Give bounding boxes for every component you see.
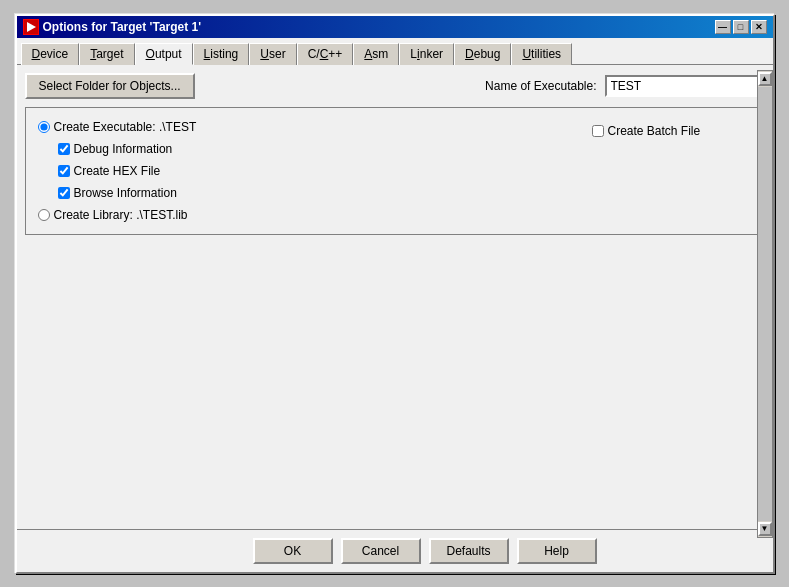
tab-utilities-label: Utilities	[522, 47, 561, 61]
tab-utilities[interactable]: Utilities	[511, 43, 572, 65]
cancel-button[interactable]: Cancel	[341, 538, 421, 564]
main-window: Options for Target 'Target 1' — □ ✕ Devi…	[15, 14, 775, 574]
name-executable-row: Name of Executable:	[485, 75, 764, 97]
create-batch-checkbox[interactable]	[592, 125, 604, 137]
browse-info-checkbox[interactable]	[58, 187, 70, 199]
create-batch-row: Create Batch File	[592, 124, 701, 138]
debug-info-checkbox[interactable]	[58, 143, 70, 155]
tab-output-label: Output	[146, 47, 182, 61]
scroll-down-arrow[interactable]: ▼	[758, 522, 772, 536]
debug-info-label: Debug Information	[74, 142, 173, 156]
app-icon	[23, 19, 39, 35]
name-executable-input[interactable]	[605, 75, 765, 97]
tab-user[interactable]: User	[249, 43, 296, 65]
tab-cpp[interactable]: C/C++	[297, 43, 354, 65]
defaults-button[interactable]: Defaults	[429, 538, 509, 564]
ok-button[interactable]: OK	[253, 538, 333, 564]
bottom-bar: OK Cancel Defaults Help	[17, 529, 773, 572]
group-box-inner: Create Executable: .\TEST Debug Informat…	[38, 120, 752, 222]
browse-info-label: Browse Information	[74, 186, 177, 200]
dialog-window: Options for Target 'Target 1' — □ ✕ Devi…	[15, 14, 775, 574]
tab-bar: Device Target Output Listing User C/C++ …	[17, 38, 773, 64]
right-section: Create Batch File	[592, 120, 752, 222]
tab-listing-label: Listing	[204, 47, 239, 61]
tab-linker-label: Linker	[410, 47, 443, 61]
tab-target-label: Target	[90, 47, 123, 61]
tab-asm[interactable]: Asm	[353, 43, 399, 65]
tab-target[interactable]: Target	[79, 43, 134, 65]
tab-output[interactable]: Output	[135, 43, 193, 65]
create-executable-label: Create Executable: .\TEST	[54, 120, 197, 134]
tab-device-label: Device	[32, 47, 69, 61]
tab-linker[interactable]: Linker	[399, 43, 454, 65]
create-executable-radio[interactable]	[38, 121, 50, 133]
title-bar-left: Options for Target 'Target 1'	[23, 19, 202, 35]
create-hex-label: Create HEX File	[74, 164, 161, 178]
title-controls: — □ ✕	[715, 20, 767, 34]
help-button[interactable]: Help	[517, 538, 597, 564]
tab-listing[interactable]: Listing	[193, 43, 250, 65]
create-library-label: Create Library: .\TEST.lib	[54, 208, 188, 222]
right-scrollbar: ▲ ▼	[757, 70, 773, 538]
create-hex-row: Create HEX File	[38, 164, 584, 178]
select-folder-button[interactable]: Select Folder for Objects...	[25, 73, 195, 99]
tab-cpp-label: C/C++	[308, 47, 343, 61]
top-row: Select Folder for Objects... Name of Exe…	[25, 73, 765, 99]
window-title: Options for Target 'Target 1'	[43, 20, 202, 34]
scroll-up-arrow[interactable]: ▲	[758, 72, 772, 86]
tab-debug-label: Debug	[465, 47, 500, 61]
create-executable-row: Create Executable: .\TEST	[38, 120, 584, 134]
tab-debug[interactable]: Debug	[454, 43, 511, 65]
create-batch-label: Create Batch File	[608, 124, 701, 138]
content-spacer	[25, 243, 765, 521]
content-area: Select Folder for Objects... Name of Exe…	[17, 64, 773, 529]
tab-asm-label: Asm	[364, 47, 388, 61]
maximize-button[interactable]: □	[733, 20, 749, 34]
browse-info-row: Browse Information	[38, 186, 584, 200]
create-library-radio[interactable]	[38, 209, 50, 221]
options-group-box: Create Executable: .\TEST Debug Informat…	[25, 107, 765, 235]
name-executable-label: Name of Executable:	[485, 79, 596, 93]
minimize-button[interactable]: —	[715, 20, 731, 34]
close-button[interactable]: ✕	[751, 20, 767, 34]
tab-user-label: User	[260, 47, 285, 61]
left-section: Create Executable: .\TEST Debug Informat…	[38, 120, 584, 222]
tab-device[interactable]: Device	[21, 43, 80, 65]
create-hex-checkbox[interactable]	[58, 165, 70, 177]
debug-info-row: Debug Information	[38, 142, 584, 156]
title-bar: Options for Target 'Target 1' — □ ✕	[17, 16, 773, 38]
create-library-row: Create Library: .\TEST.lib	[38, 208, 584, 222]
